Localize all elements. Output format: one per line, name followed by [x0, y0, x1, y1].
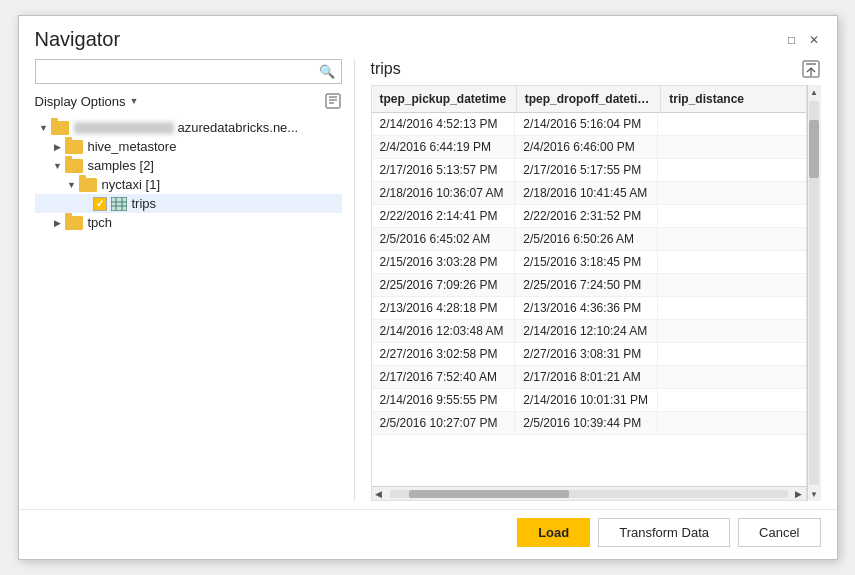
table-row: 2/14/2016 4:52:13 PM2/14/2016 5:16:04 PM: [372, 113, 806, 136]
table-header-row: trips: [371, 59, 821, 79]
svg-rect-4: [111, 197, 127, 211]
scrollbar-thumb: [409, 490, 568, 498]
table-cell: 2/18/2016 10:41:45 AM: [515, 182, 658, 205]
table-row: 2/14/2016 12:03:48 AM2/14/2016 12:10:24 …: [372, 320, 806, 343]
table-cell: 2/5/2016 10:27:07 PM: [372, 412, 515, 435]
close-button[interactable]: ✕: [807, 33, 821, 47]
tree-item-root[interactable]: ▼ azuredatabricks.ne...: [35, 118, 342, 137]
tree-item-trips[interactable]: trips: [35, 194, 342, 213]
table-cell: 2/27/2016 3:02:58 PM: [372, 343, 515, 366]
table-cell: 2/22/2016 2:14:41 PM: [372, 205, 515, 228]
scroll-right-icon[interactable]: ▶: [792, 487, 806, 501]
scroll-left-icon[interactable]: ◀: [372, 487, 386, 501]
tree-item-label: hive_metastore: [88, 139, 177, 154]
table-cell: [658, 389, 806, 412]
refresh-icon[interactable]: [324, 92, 342, 110]
tree-arrow-icon: ▼: [65, 180, 79, 190]
tree-arrow-icon: ▶: [51, 218, 65, 228]
scroll-up-icon[interactable]: ▲: [807, 85, 821, 99]
table-cell: [658, 297, 806, 320]
search-box: 🔍: [35, 59, 342, 84]
table-cell: 2/27/2016 3:08:31 PM: [515, 343, 658, 366]
data-table-body: 2/14/2016 4:52:13 PM2/14/2016 5:16:04 PM…: [372, 113, 806, 435]
search-input[interactable]: [42, 64, 319, 79]
footer: Load Transform Data Cancel: [19, 509, 837, 559]
folder-icon: [65, 216, 83, 230]
transform-data-button[interactable]: Transform Data: [598, 518, 730, 547]
export-icon[interactable]: [801, 59, 821, 79]
table-cell: 2/14/2016 4:52:13 PM: [372, 113, 515, 136]
vscroll-track: [809, 101, 819, 485]
scroll-down-icon[interactable]: ▼: [807, 487, 821, 501]
table-cell: 2/14/2016 10:01:31 PM: [515, 389, 658, 412]
search-icon: 🔍: [319, 64, 335, 79]
table-row: 2/25/2016 7:09:26 PM2/25/2016 7:24:50 PM: [372, 274, 806, 297]
left-panel: 🔍 Display Options ▼: [35, 59, 355, 501]
table-row: 2/15/2016 3:03:28 PM2/15/2016 3:18:45 PM: [372, 251, 806, 274]
load-button[interactable]: Load: [517, 518, 590, 547]
tree-arrow-icon: ▼: [37, 123, 51, 133]
table-row: 2/5/2016 10:27:07 PM2/5/2016 10:39:44 PM: [372, 412, 806, 435]
table-cell: 2/14/2016 12:10:24 AM: [515, 320, 658, 343]
display-options-row: Display Options ▼: [35, 92, 342, 110]
tree-item-tpch[interactable]: ▶ tpch: [35, 213, 342, 232]
folder-icon: [65, 159, 83, 173]
table-cell: 2/14/2016 9:55:55 PM: [372, 389, 515, 412]
table-cell: 2/22/2016 2:31:52 PM: [515, 205, 658, 228]
table-cell: [658, 366, 806, 389]
tree-item-label: nyctaxi [1]: [102, 177, 161, 192]
title-bar-controls: □ ✕: [785, 33, 821, 47]
table-cell: 2/5/2016 10:39:44 PM: [515, 412, 658, 435]
trips-checkbox[interactable]: [93, 197, 107, 211]
vertical-scrollbar[interactable]: ▲ ▼: [807, 85, 821, 501]
tree-area: ▼ azuredatabricks.ne... ▶ hive_metastore…: [35, 118, 342, 501]
table-cell: 2/4/2016 6:44:19 PM: [372, 136, 515, 159]
dropdown-caret-icon: ▼: [130, 96, 139, 106]
table-row: 2/17/2016 5:13:57 PM2/17/2016 5:17:55 PM: [372, 159, 806, 182]
right-panel: trips tpep_pickup_date: [355, 59, 821, 501]
table-cell: 2/5/2016 6:50:26 AM: [515, 228, 658, 251]
tree-item-nyctaxi[interactable]: ▼ nyctaxi [1]: [35, 175, 342, 194]
content-area: 🔍 Display Options ▼: [19, 51, 837, 509]
tree-item-samples[interactable]: ▼ samples [2]: [35, 156, 342, 175]
folder-icon: [79, 178, 97, 192]
table-cell: 2/14/2016 5:16:04 PM: [515, 113, 658, 136]
col-header-pickup: tpep_pickup_datetime: [372, 86, 517, 113]
minimize-button[interactable]: □: [785, 33, 799, 47]
col-header-distance: trip_distance: [661, 86, 806, 113]
table-row: 2/27/2016 3:02:58 PM2/27/2016 3:08:31 PM: [372, 343, 806, 366]
data-table-container: tpep_pickup_datetime tpep_dropoff_dateti…: [371, 85, 821, 501]
table-cell: [658, 320, 806, 343]
tree-arrow-icon: ▼: [51, 161, 65, 171]
table-row: 2/17/2016 7:52:40 AM2/17/2016 8:01:21 AM: [372, 366, 806, 389]
display-options-button[interactable]: Display Options ▼: [35, 94, 139, 109]
tree-item-label: samples [2]: [88, 158, 154, 173]
navigator-dialog: Navigator □ ✕ 🔍 Display Options ▼: [18, 15, 838, 560]
table-cell: [658, 205, 806, 228]
display-options-label: Display Options: [35, 94, 126, 109]
table-cell: 2/15/2016 3:03:28 PM: [372, 251, 515, 274]
table-row: 2/4/2016 6:44:19 PM2/4/2016 6:46:00 PM: [372, 136, 806, 159]
table-cell: 2/13/2016 4:36:36 PM: [515, 297, 658, 320]
table-cell: 2/13/2016 4:28:18 PM: [372, 297, 515, 320]
tree-arrow-icon: ▶: [51, 142, 65, 152]
vscroll-thumb: [809, 120, 819, 178]
tree-item-suffix: azuredatabricks.ne...: [178, 120, 299, 135]
title-bar: Navigator □ ✕: [19, 16, 837, 51]
table-cell: 2/18/2016 10:36:07 AM: [372, 182, 515, 205]
blurred-label: [74, 122, 174, 134]
tree-item-hive-metastore[interactable]: ▶ hive_metastore: [35, 137, 342, 156]
table-cell: [658, 274, 806, 297]
table-cell: 2/25/2016 7:24:50 PM: [515, 274, 658, 297]
table-cell: 2/17/2016 5:13:57 PM: [372, 159, 515, 182]
table-cell: [658, 228, 806, 251]
table-title: trips: [371, 60, 401, 78]
table-row: 2/18/2016 10:36:07 AM2/18/2016 10:41:45 …: [372, 182, 806, 205]
table-row: 2/13/2016 4:28:18 PM2/13/2016 4:36:36 PM: [372, 297, 806, 320]
horizontal-scrollbar[interactable]: ◀ ▶: [372, 486, 806, 500]
data-table-wrapper: tpep_pickup_datetime tpep_dropoff_dateti…: [371, 85, 807, 501]
data-table-body-wrapper[interactable]: 2/14/2016 4:52:13 PM2/14/2016 5:16:04 PM…: [372, 113, 806, 486]
cancel-button[interactable]: Cancel: [738, 518, 820, 547]
table-row: 2/22/2016 2:14:41 PM2/22/2016 2:31:52 PM: [372, 205, 806, 228]
table-cell: 2/17/2016 5:17:55 PM: [515, 159, 658, 182]
